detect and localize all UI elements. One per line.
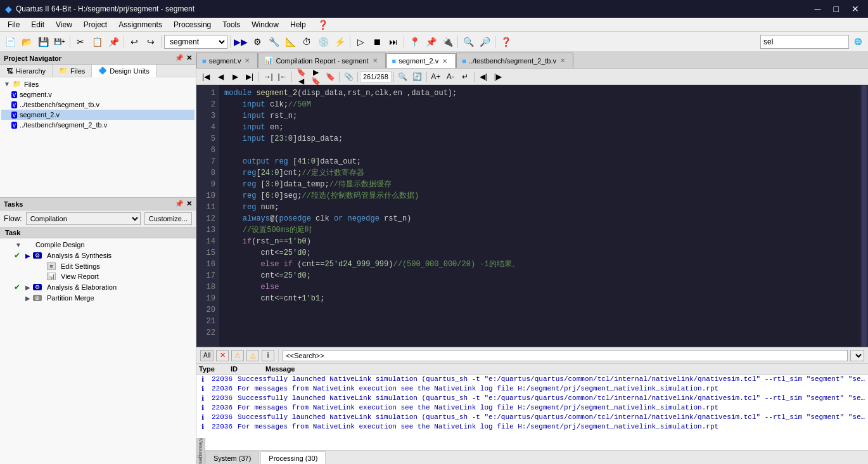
- message-row[interactable]: ℹ 22036 For messages from NativeLink exe…: [196, 403, 868, 413]
- task-analysis-elaboration[interactable]: ✔ ▶ ⚙ Analysis & Elaboration: [1, 281, 195, 293]
- et-replace-button[interactable]: 🔄: [411, 70, 424, 83]
- editor-scrollbar[interactable]: [860, 85, 868, 347]
- analyze-button[interactable]: ⚙: [250, 34, 265, 49]
- pin-out-button[interactable]: 📌: [423, 34, 438, 49]
- et-start-button[interactable]: |◀: [199, 70, 213, 83]
- tab-hierarchy[interactable]: 🏗 Hierarchy: [0, 65, 53, 77]
- global-search-input[interactable]: [760, 35, 849, 49]
- tab-testbench[interactable]: ■ ../testbench/segment_2_tb.v ✕: [456, 53, 573, 68]
- program-button[interactable]: 💿: [316, 34, 331, 49]
- segment-v-tab-close[interactable]: ✕: [243, 57, 251, 64]
- menu-view[interactable]: View: [51, 19, 77, 30]
- et-indent-button[interactable]: →|: [261, 70, 275, 83]
- redo-button[interactable]: ↪: [143, 34, 158, 49]
- message-row[interactable]: ℹ 22036 Successfully launched NativeLink…: [196, 394, 868, 403]
- et-bookmark-next[interactable]: ▶🔖: [309, 70, 322, 83]
- code-text[interactable]: module segment_2(disp_data,rst_n,clk,en …: [219, 85, 860, 347]
- new-button[interactable]: 📄: [3, 34, 18, 49]
- customize-button[interactable]: Customize...: [144, 212, 192, 225]
- task-compile-design[interactable]: ▼ Compile Design: [1, 240, 195, 250]
- menu-extra[interactable]: ❓: [312, 18, 333, 31]
- msg-info-filter[interactable]: △: [246, 350, 259, 361]
- tab-compilation-report[interactable]: 📊 Compilation Report - segment ✕: [258, 53, 385, 68]
- task-view-report[interactable]: 📊 View Report: [1, 271, 195, 281]
- tab-segment-2-v[interactable]: ■ segment_2.v ✕: [386, 53, 456, 68]
- et-clip-button[interactable]: 📎: [341, 70, 355, 83]
- menu-tools[interactable]: Tools: [217, 19, 245, 30]
- open-button[interactable]: 📂: [19, 34, 34, 49]
- menu-edit[interactable]: Edit: [26, 19, 49, 30]
- et-find-button[interactable]: 🔍: [396, 70, 410, 83]
- zoom-out-button[interactable]: 🔎: [477, 34, 492, 49]
- et-next-button[interactable]: ▶: [228, 70, 242, 83]
- tasks-close-icon[interactable]: ✕: [186, 200, 192, 208]
- flow-select[interactable]: Compilation: [26, 212, 141, 225]
- message-search-dropdown[interactable]: [850, 350, 864, 361]
- pin-in-button[interactable]: 📍: [407, 34, 422, 49]
- project-dropdown[interactable]: segment: [164, 35, 227, 49]
- et-zoom-out[interactable]: A-: [444, 70, 457, 83]
- tree-segment-2-tb[interactable]: v ../testbench/segment_2_tb.v: [1, 120, 195, 130]
- tree-segment-2-v[interactable]: v segment_2.v: [1, 110, 195, 120]
- msg-error-filter[interactable]: ✕: [216, 350, 229, 361]
- et-outdent-button[interactable]: |←: [276, 70, 290, 83]
- menu-help[interactable]: Help: [285, 19, 311, 30]
- maximize-button[interactable]: □: [830, 3, 843, 15]
- msg-all-filter[interactable]: All: [200, 350, 214, 361]
- cut-button[interactable]: ✂: [73, 34, 88, 49]
- compile-button[interactable]: ▶▶: [233, 34, 248, 49]
- message-row[interactable]: ℹ 22036 For messages from NativeLink exe…: [196, 384, 868, 394]
- message-row[interactable]: ℹ 22036 Successfully launched NativeLink…: [196, 375, 868, 384]
- testbench-tab-close[interactable]: ✕: [559, 57, 566, 64]
- task-partition-merge[interactable]: ▶ ⊕ Partition Merge: [1, 293, 195, 303]
- task-edit-settings[interactable]: ≡ Edit Settings: [1, 261, 195, 271]
- search-lang-button[interactable]: 🌐: [850, 34, 865, 49]
- tab-files[interactable]: 📁 Files: [53, 65, 92, 77]
- minimize-button[interactable]: ─: [811, 3, 825, 15]
- power-button[interactable]: ⚡: [332, 34, 347, 49]
- et-end-button[interactable]: ▶|: [243, 70, 257, 83]
- et-bookmark-prev[interactable]: 🔖◀: [294, 70, 308, 83]
- menu-assignments[interactable]: Assignments: [113, 19, 167, 30]
- fitter-button[interactable]: 📐: [283, 34, 298, 49]
- step-button[interactable]: ⏭: [386, 34, 401, 49]
- menu-project[interactable]: Project: [79, 19, 112, 30]
- et-right-align[interactable]: |▶: [491, 70, 505, 83]
- message-search-input[interactable]: [283, 350, 848, 361]
- messages-sidebar[interactable]: Messages: [196, 438, 205, 464]
- stop-button[interactable]: ⏹: [369, 34, 385, 49]
- save-button[interactable]: 💾: [35, 34, 51, 49]
- close-button[interactable]: ✕: [848, 3, 863, 15]
- help-button[interactable]: ❓: [498, 34, 513, 49]
- msg-note-filter[interactable]: ℹ: [262, 350, 274, 361]
- panel-close-icon[interactable]: ✕: [186, 54, 192, 62]
- panel-pin-icon[interactable]: 📌: [175, 54, 184, 62]
- rtl-button[interactable]: 🔧: [266, 34, 281, 49]
- et-prev-button[interactable]: ◀: [214, 70, 227, 83]
- task-analysis-synthesis[interactable]: ✔ ▶ ⚙ Analysis & Synthesis: [1, 250, 195, 261]
- msg-warning-filter[interactable]: ⚠: [231, 350, 244, 361]
- et-bookmark-toggle[interactable]: 🔖: [323, 70, 337, 83]
- tab-system[interactable]: System (37): [205, 451, 259, 464]
- et-word-wrap[interactable]: ↵: [458, 70, 472, 83]
- menu-processing[interactable]: Processing: [169, 19, 216, 30]
- tree-segment-tb[interactable]: v ../testbench/segment_tb.v: [1, 100, 195, 110]
- tab-segment-v[interactable]: ■ segment.v ✕: [196, 53, 258, 68]
- tasks-pin-icon[interactable]: 📌: [175, 200, 184, 208]
- compilation-report-tab-close[interactable]: ✕: [371, 57, 379, 64]
- zoom-in-button[interactable]: 🔍: [461, 34, 476, 49]
- tree-segment-v[interactable]: v segment.v: [1, 89, 195, 100]
- et-left-align[interactable]: ◀|: [476, 70, 490, 83]
- message-row[interactable]: ℹ 22036 For messages from NativeLink exe…: [196, 422, 868, 432]
- message-row[interactable]: ℹ 22036 Successfully launched NativeLink…: [196, 413, 868, 422]
- et-zoom-in[interactable]: A+: [429, 70, 443, 83]
- paste-button[interactable]: 📌: [106, 34, 121, 49]
- menu-file[interactable]: File: [3, 19, 25, 30]
- run-sim-button[interactable]: ▷: [353, 34, 368, 49]
- tree-files-root[interactable]: ▼ 📁 Files: [1, 79, 195, 89]
- save-all-button[interactable]: 💾+: [52, 34, 67, 49]
- bus-button[interactable]: 🔌: [440, 34, 455, 49]
- segment-2-v-tab-close[interactable]: ✕: [441, 58, 449, 65]
- timing-button[interactable]: ⏱: [299, 34, 314, 49]
- menu-window[interactable]: Window: [246, 19, 284, 30]
